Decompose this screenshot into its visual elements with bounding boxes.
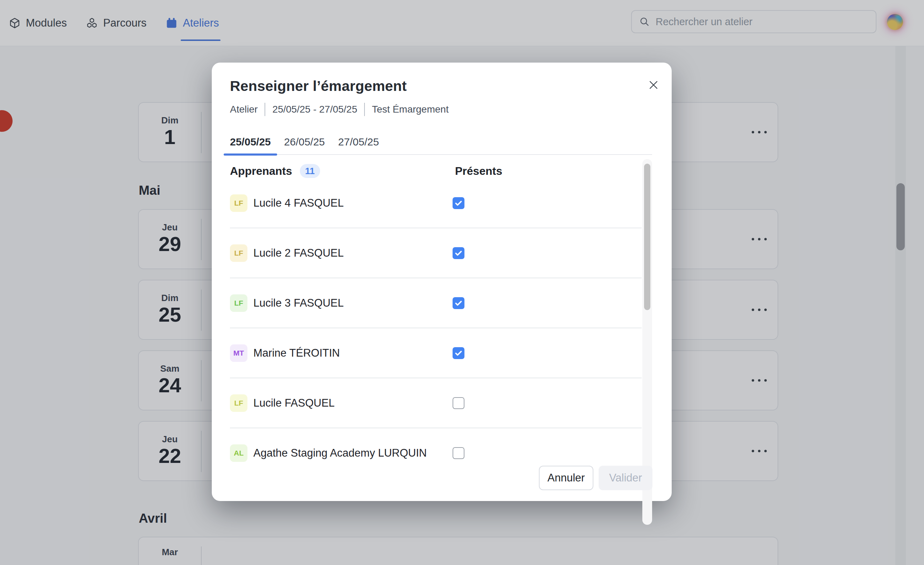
context-dates: 25/05/25 - 27/05/25	[272, 104, 357, 115]
cancel-button[interactable]: Annuler	[539, 466, 593, 490]
learner-row: MT Marine TÉROITIN	[230, 328, 642, 378]
learner-row: LF Lucile FASQUEL	[230, 378, 642, 428]
tab-date-26-05-25[interactable]: 26/05/25	[284, 131, 325, 154]
learner-avatar: LF	[230, 394, 248, 412]
list-header: Apprenants 11 Présents	[230, 164, 633, 178]
learner-row: AL Agathe Staging Academy LURQUIN	[230, 428, 642, 466]
tab-date-27-05-25[interactable]: 27/05/25	[338, 131, 379, 154]
learner-name: Lucile FASQUEL	[254, 397, 335, 409]
learner-avatar: LF	[230, 295, 248, 312]
learner-name: Agathe Staging Academy LURQUIN	[254, 447, 427, 460]
modal-close-button[interactable]	[644, 76, 663, 94]
context-type: Atelier	[230, 104, 258, 115]
attendance-modal: Renseigner l’émargement Atelier 25/05/25…	[212, 63, 672, 501]
confirm-button[interactable]: Valider	[598, 466, 652, 490]
learners-count-badge: 11	[300, 164, 320, 178]
present-checkbox[interactable]	[453, 447, 465, 459]
learner-row: LF Lucile 3 FASQUEL	[230, 278, 642, 328]
learner-row: LF Lucile 4 FASQUEL	[230, 178, 642, 228]
date-tabs: 25/05/25 26/05/25 27/05/25	[230, 131, 652, 155]
learner-avatar: LF	[230, 194, 248, 212]
context-separator	[364, 103, 365, 116]
learner-name: Lucile 3 FASQUEL	[254, 297, 344, 310]
learner-name: Lucile 2 FASQUEL	[254, 247, 344, 259]
learner-name: Marine TÉROITIN	[254, 347, 340, 359]
learner-list: LF Lucile 4 FASQUEL LF Lucile 2 FASQUEL …	[230, 178, 642, 466]
learner-row: LF Lucile 2 FASQUEL	[230, 228, 642, 278]
present-checkbox[interactable]	[453, 347, 465, 359]
present-checkbox[interactable]	[453, 247, 465, 259]
close-icon	[648, 79, 660, 91]
context-separator	[264, 103, 265, 116]
present-checkbox[interactable]	[453, 397, 465, 409]
learner-name: Lucile 4 FASQUEL	[254, 197, 344, 209]
modal-footer: Annuler Valider	[539, 466, 652, 490]
tab-date-25-05-25[interactable]: 25/05/25	[230, 131, 271, 154]
present-column-header: Présents	[455, 165, 502, 177]
learners-column-header: Apprenants	[230, 165, 292, 177]
learner-avatar: LF	[230, 244, 248, 262]
learner-avatar: MT	[230, 344, 248, 362]
modal-title: Renseigner l’émargement	[230, 78, 654, 95]
learner-avatar: AL	[230, 444, 248, 462]
context-name: Test Émargement	[372, 104, 448, 115]
modal-header: Renseigner l’émargement Atelier 25/05/25…	[230, 78, 654, 116]
modal-scrollbar-thumb[interactable]	[644, 164, 650, 310]
present-checkbox[interactable]	[453, 297, 465, 309]
present-checkbox[interactable]	[453, 197, 465, 209]
modal-context: Atelier 25/05/25 - 27/05/25 Test Émargem…	[230, 103, 654, 116]
